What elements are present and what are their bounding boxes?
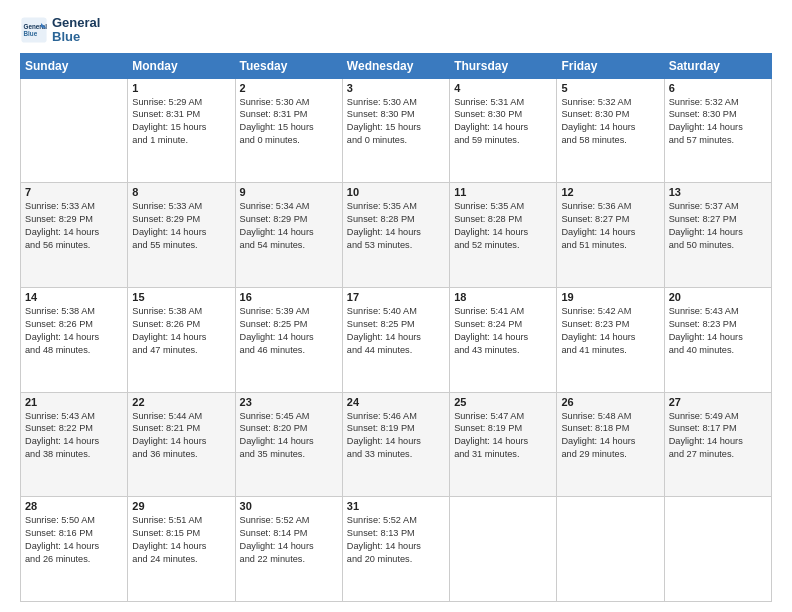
calendar-cell: 10Sunrise: 5:35 AM Sunset: 8:28 PM Dayli… (342, 183, 449, 288)
calendar-cell: 4Sunrise: 5:31 AM Sunset: 8:30 PM Daylig… (450, 78, 557, 183)
svg-text:Blue: Blue (24, 31, 38, 38)
calendar-cell (21, 78, 128, 183)
calendar-day-header: Saturday (664, 53, 771, 78)
calendar-cell: 5Sunrise: 5:32 AM Sunset: 8:30 PM Daylig… (557, 78, 664, 183)
day-info: Sunrise: 5:42 AM Sunset: 8:23 PM Dayligh… (561, 305, 659, 357)
day-info: Sunrise: 5:43 AM Sunset: 8:23 PM Dayligh… (669, 305, 767, 357)
calendar-cell: 29Sunrise: 5:51 AM Sunset: 8:15 PM Dayli… (128, 497, 235, 602)
calendar-cell: 28Sunrise: 5:50 AM Sunset: 8:16 PM Dayli… (21, 497, 128, 602)
day-info: Sunrise: 5:52 AM Sunset: 8:13 PM Dayligh… (347, 514, 445, 566)
day-number: 5 (561, 82, 659, 94)
day-number: 23 (240, 396, 338, 408)
day-number: 22 (132, 396, 230, 408)
calendar-cell: 9Sunrise: 5:34 AM Sunset: 8:29 PM Daylig… (235, 183, 342, 288)
day-info: Sunrise: 5:32 AM Sunset: 8:30 PM Dayligh… (561, 96, 659, 148)
day-info: Sunrise: 5:38 AM Sunset: 8:26 PM Dayligh… (132, 305, 230, 357)
day-info: Sunrise: 5:31 AM Sunset: 8:30 PM Dayligh… (454, 96, 552, 148)
calendar-cell: 21Sunrise: 5:43 AM Sunset: 8:22 PM Dayli… (21, 392, 128, 497)
calendar-cell: 19Sunrise: 5:42 AM Sunset: 8:23 PM Dayli… (557, 287, 664, 392)
calendar-cell: 3Sunrise: 5:30 AM Sunset: 8:30 PM Daylig… (342, 78, 449, 183)
calendar-day-header: Monday (128, 53, 235, 78)
calendar-cell: 25Sunrise: 5:47 AM Sunset: 8:19 PM Dayli… (450, 392, 557, 497)
day-info: Sunrise: 5:30 AM Sunset: 8:30 PM Dayligh… (347, 96, 445, 148)
calendar-week-row: 14Sunrise: 5:38 AM Sunset: 8:26 PM Dayli… (21, 287, 772, 392)
calendar-cell: 27Sunrise: 5:49 AM Sunset: 8:17 PM Dayli… (664, 392, 771, 497)
day-info: Sunrise: 5:51 AM Sunset: 8:15 PM Dayligh… (132, 514, 230, 566)
calendar-week-row: 21Sunrise: 5:43 AM Sunset: 8:22 PM Dayli… (21, 392, 772, 497)
calendar-cell: 2Sunrise: 5:30 AM Sunset: 8:31 PM Daylig… (235, 78, 342, 183)
calendar-cell (557, 497, 664, 602)
day-info: Sunrise: 5:34 AM Sunset: 8:29 PM Dayligh… (240, 200, 338, 252)
day-number: 16 (240, 291, 338, 303)
day-number: 31 (347, 500, 445, 512)
day-info: Sunrise: 5:30 AM Sunset: 8:31 PM Dayligh… (240, 96, 338, 148)
day-number: 19 (561, 291, 659, 303)
calendar-table: SundayMondayTuesdayWednesdayThursdayFrid… (20, 53, 772, 602)
calendar-day-header: Friday (557, 53, 664, 78)
calendar-day-header: Tuesday (235, 53, 342, 78)
day-number: 7 (25, 186, 123, 198)
day-number: 20 (669, 291, 767, 303)
day-info: Sunrise: 5:35 AM Sunset: 8:28 PM Dayligh… (454, 200, 552, 252)
day-info: Sunrise: 5:45 AM Sunset: 8:20 PM Dayligh… (240, 410, 338, 462)
day-number: 12 (561, 186, 659, 198)
calendar-cell: 23Sunrise: 5:45 AM Sunset: 8:20 PM Dayli… (235, 392, 342, 497)
day-number: 15 (132, 291, 230, 303)
day-info: Sunrise: 5:46 AM Sunset: 8:19 PM Dayligh… (347, 410, 445, 462)
calendar-cell: 7Sunrise: 5:33 AM Sunset: 8:29 PM Daylig… (21, 183, 128, 288)
day-info: Sunrise: 5:39 AM Sunset: 8:25 PM Dayligh… (240, 305, 338, 357)
calendar-cell: 17Sunrise: 5:40 AM Sunset: 8:25 PM Dayli… (342, 287, 449, 392)
day-number: 30 (240, 500, 338, 512)
calendar-week-row: 1Sunrise: 5:29 AM Sunset: 8:31 PM Daylig… (21, 78, 772, 183)
day-info: Sunrise: 5:48 AM Sunset: 8:18 PM Dayligh… (561, 410, 659, 462)
calendar-cell: 22Sunrise: 5:44 AM Sunset: 8:21 PM Dayli… (128, 392, 235, 497)
day-info: Sunrise: 5:44 AM Sunset: 8:21 PM Dayligh… (132, 410, 230, 462)
calendar-cell: 6Sunrise: 5:32 AM Sunset: 8:30 PM Daylig… (664, 78, 771, 183)
calendar-cell: 15Sunrise: 5:38 AM Sunset: 8:26 PM Dayli… (128, 287, 235, 392)
day-number: 8 (132, 186, 230, 198)
day-number: 25 (454, 396, 552, 408)
calendar-cell: 8Sunrise: 5:33 AM Sunset: 8:29 PM Daylig… (128, 183, 235, 288)
calendar-header-row: SundayMondayTuesdayWednesdayThursdayFrid… (21, 53, 772, 78)
calendar-cell: 30Sunrise: 5:52 AM Sunset: 8:14 PM Dayli… (235, 497, 342, 602)
calendar-cell: 16Sunrise: 5:39 AM Sunset: 8:25 PM Dayli… (235, 287, 342, 392)
calendar-day-header: Thursday (450, 53, 557, 78)
day-number: 1 (132, 82, 230, 94)
day-number: 4 (454, 82, 552, 94)
day-number: 26 (561, 396, 659, 408)
logo-icon: General Blue (20, 16, 48, 44)
calendar-week-row: 28Sunrise: 5:50 AM Sunset: 8:16 PM Dayli… (21, 497, 772, 602)
day-info: Sunrise: 5:36 AM Sunset: 8:27 PM Dayligh… (561, 200, 659, 252)
calendar-cell: 20Sunrise: 5:43 AM Sunset: 8:23 PM Dayli… (664, 287, 771, 392)
calendar-day-header: Sunday (21, 53, 128, 78)
day-number: 28 (25, 500, 123, 512)
day-info: Sunrise: 5:38 AM Sunset: 8:26 PM Dayligh… (25, 305, 123, 357)
logo-text: General Blue (52, 16, 100, 45)
calendar-cell: 31Sunrise: 5:52 AM Sunset: 8:13 PM Dayli… (342, 497, 449, 602)
day-number: 10 (347, 186, 445, 198)
day-number: 2 (240, 82, 338, 94)
day-number: 3 (347, 82, 445, 94)
calendar-page: General Blue General Blue SundayMondayTu… (0, 0, 792, 612)
calendar-cell: 12Sunrise: 5:36 AM Sunset: 8:27 PM Dayli… (557, 183, 664, 288)
day-info: Sunrise: 5:40 AM Sunset: 8:25 PM Dayligh… (347, 305, 445, 357)
page-header: General Blue General Blue (20, 16, 772, 45)
calendar-cell (664, 497, 771, 602)
calendar-cell: 11Sunrise: 5:35 AM Sunset: 8:28 PM Dayli… (450, 183, 557, 288)
day-number: 21 (25, 396, 123, 408)
day-info: Sunrise: 5:52 AM Sunset: 8:14 PM Dayligh… (240, 514, 338, 566)
day-number: 9 (240, 186, 338, 198)
day-info: Sunrise: 5:33 AM Sunset: 8:29 PM Dayligh… (132, 200, 230, 252)
day-number: 6 (669, 82, 767, 94)
day-number: 18 (454, 291, 552, 303)
day-info: Sunrise: 5:50 AM Sunset: 8:16 PM Dayligh… (25, 514, 123, 566)
day-info: Sunrise: 5:32 AM Sunset: 8:30 PM Dayligh… (669, 96, 767, 148)
calendar-cell (450, 497, 557, 602)
day-number: 24 (347, 396, 445, 408)
calendar-day-header: Wednesday (342, 53, 449, 78)
logo: General Blue General Blue (20, 16, 100, 45)
calendar-cell: 24Sunrise: 5:46 AM Sunset: 8:19 PM Dayli… (342, 392, 449, 497)
day-number: 13 (669, 186, 767, 198)
day-info: Sunrise: 5:37 AM Sunset: 8:27 PM Dayligh… (669, 200, 767, 252)
day-number: 17 (347, 291, 445, 303)
